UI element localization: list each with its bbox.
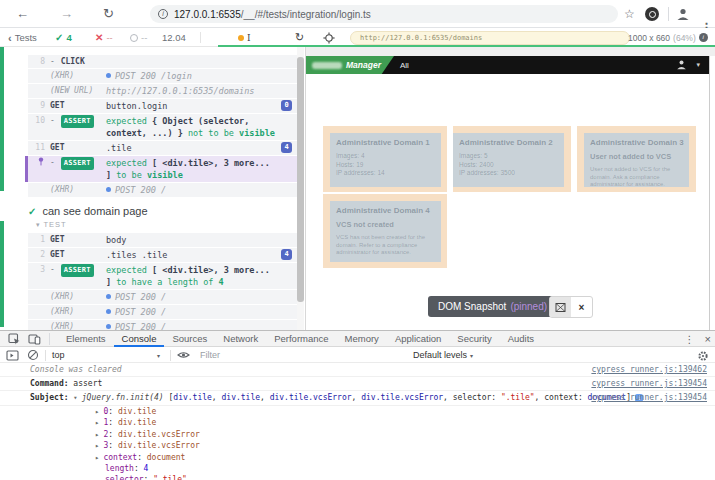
devtools-tabbar: ElementsConsoleSourcesNetworkPerformance… <box>0 331 715 347</box>
source-link[interactable]: cypress_runner.js:139454 <box>591 393 707 402</box>
tab-performance[interactable]: Performance <box>266 331 336 347</box>
command-row[interactable]: (XHR)POST 200 / <box>28 305 297 319</box>
command-number: 1 <box>28 234 50 245</box>
frame-context-select[interactable]: top ▾ <box>52 350 164 360</box>
snapshot-controls: × <box>549 296 593 318</box>
device-toolbar-icon[interactable] <box>28 333 41 345</box>
command-message: POST 200 /login <box>106 70 297 82</box>
domain-tile[interactable]: Administrative Domain 1 Images: 4 Hosts:… <box>330 133 441 187</box>
viewport-info-icon[interactable]: i <box>699 33 708 42</box>
command-number: 9 <box>28 100 50 111</box>
run-progress-bar <box>218 45 715 47</box>
command-row[interactable]: 11GET.tile4 <box>28 141 297 155</box>
command-message: expected [ <div.tile>, 3 more... ] to be… <box>106 157 297 181</box>
reload-icon[interactable]: ↻ <box>103 0 114 28</box>
console-row[interactable]: Subject: ▾ jQuery.fn.init(4) [div.tile, … <box>0 391 715 406</box>
live-expression-eye-icon[interactable] <box>177 350 190 360</box>
command-row[interactable]: (XHR)POST 200 / <box>28 183 297 197</box>
devtools-close-icon[interactable]: × <box>705 333 711 345</box>
browser-toolbar: ← → ↻ i 127.0.0.1:6535/__/#/tests/integr… <box>0 0 715 28</box>
console-row[interactable]: length: 4 <box>0 464 715 475</box>
restart-tests-icon[interactable]: ↻ <box>295 31 304 44</box>
forward-icon[interactable]: → <box>60 0 73 28</box>
tab-network[interactable]: Network <box>215 331 266 347</box>
domain-tile-vcs-error[interactable]: Administrative Domain 3 User not added t… <box>584 133 689 187</box>
command-row[interactable]: 10- ASSERTexpected { Object (selector, c… <box>28 114 297 140</box>
address-bar[interactable]: i 127.0.0.1:6535/__/#/tests/integration/… <box>150 5 618 23</box>
console-row[interactable]: ▸ 0: div.tile <box>0 406 715 418</box>
console-row: Command: assertcypress_runner.js:139454 <box>0 377 715 391</box>
nav-tab-all[interactable]: All <box>400 61 409 70</box>
console-row[interactable]: ▸ 3: div.tile.vcsError <box>0 441 715 453</box>
bookmark-star-icon[interactable]: ☆ <box>624 0 635 28</box>
failed-x-icon: ✕ <box>95 32 103 43</box>
toolbar-divider <box>668 7 669 21</box>
tab-memory[interactable]: Memory <box>337 331 387 347</box>
console-row[interactable]: ▸ 2: div.tile.vcsError <box>0 429 715 441</box>
hook-group-label: TEST <box>44 220 67 229</box>
profile-avatar-icon[interactable] <box>676 7 690 21</box>
user-menu-caret-icon[interactable]: ▾ <box>696 61 700 69</box>
snapshot-highlight-toggle[interactable] <box>550 297 571 317</box>
command-method: (NEW URL) <box>50 85 106 96</box>
selector-playground-icon[interactable] <box>323 32 335 44</box>
toolbar-divider <box>170 350 171 361</box>
test-title[interactable]: ✓can see domain page <box>28 205 297 217</box>
collapse-caret-icon: ▾ <box>36 221 40 229</box>
aut-url-field[interactable]: http://127.0.0.1:6535/domains <box>350 31 630 45</box>
command-row[interactable]: (NEW URL)http://127.0.0.1:6535/domains <box>28 84 297 98</box>
domain-tile-vcs-error[interactable]: Administrative Domain 4 VCS not created … <box>330 201 441 262</box>
inspect-element-icon[interactable] <box>8 333 20 345</box>
test-passed-check-icon: ✓ <box>28 206 36 217</box>
dom-snapshot-pill: DOM Snapshot (pinned) <box>428 296 557 317</box>
command-row[interactable]: 8- CLICK <box>28 55 297 68</box>
console-filter-input[interactable] <box>200 350 405 360</box>
reporter-scrollbar-thumb[interactable] <box>297 57 304 302</box>
clear-console-icon[interactable] <box>27 349 39 361</box>
hook-group[interactable]: ▾TEST <box>36 220 297 229</box>
tab-audits[interactable]: Audits <box>500 331 542 347</box>
devtools-menu-kebab-icon[interactable]: ⋮ <box>685 334 695 345</box>
console-row[interactable]: ▸ 1: div.tile <box>0 418 715 430</box>
command-row[interactable]: - ASSERTexpected [ <div.tile>, 3 more...… <box>25 156 297 182</box>
page-info-icon[interactable]: i <box>158 9 168 19</box>
command-row[interactable]: 1GETbody <box>28 233 297 247</box>
address-url: 127.0.0.1:6535/__/#/tests/integration/lo… <box>174 9 371 20</box>
tab-sources[interactable]: Sources <box>164 331 215 347</box>
text-cursor-icon: I <box>247 33 251 43</box>
command-row[interactable]: 2GET.tiles .tile4 <box>28 248 297 262</box>
pin-icon[interactable] <box>37 157 45 166</box>
command-method: (XHR) <box>50 306 106 317</box>
command-row[interactable]: (XHR)POST 200 / <box>28 320 297 330</box>
tab-security[interactable]: Security <box>449 331 499 347</box>
extension-icon[interactable] <box>645 7 659 21</box>
command-row[interactable]: 3- ASSERTexpected [ <div.tile>, 3 more..… <box>28 263 297 289</box>
xhr-status-dot-icon <box>106 324 111 329</box>
assert-chip: ASSERT <box>61 157 94 170</box>
snapshot-unpin-button[interactable]: × <box>571 297 592 317</box>
source-link[interactable]: cypress_runner.js:139454 <box>591 379 707 388</box>
orange-dot-icon <box>238 35 244 41</box>
console-row[interactable]: selector: ".tile" <box>0 474 715 480</box>
domain-tile[interactable]: Administrative Domain 2 Images: 5 Hosts:… <box>453 133 564 187</box>
back-icon[interactable]: ← <box>16 0 29 28</box>
tab-application[interactable]: Application <box>387 331 449 347</box>
command-row[interactable]: (XHR)POST 200 /login <box>28 69 297 83</box>
tab-elements[interactable]: Elements <box>58 331 114 347</box>
console-settings-gear-icon[interactable] <box>697 350 709 362</box>
brand-logo[interactable]: Manager <box>306 56 394 74</box>
command-message: POST 200 / <box>106 291 297 303</box>
log-levels-select[interactable]: Default levels ▾ <box>413 350 473 360</box>
console-row[interactable]: ▸ context: document <box>0 452 715 464</box>
tab-console[interactable]: Console <box>114 331 165 347</box>
command-row[interactable]: (XHR)POST 200 / <box>28 290 297 304</box>
user-icon[interactable] <box>676 59 687 70</box>
console-sidebar-toggle-icon[interactable] <box>6 350 19 361</box>
command-message: POST 200 / <box>106 184 297 196</box>
source-link[interactable]: cypress_runner.js:139462 <box>591 365 707 374</box>
command-number: 3 <box>28 264 50 275</box>
back-to-tests-button[interactable]: ‹ Tests <box>8 28 37 47</box>
pending-count: -- <box>130 28 147 47</box>
command-row[interactable]: 9GETbutton.login0 <box>28 99 297 113</box>
command-message: button.login0 <box>106 100 297 112</box>
